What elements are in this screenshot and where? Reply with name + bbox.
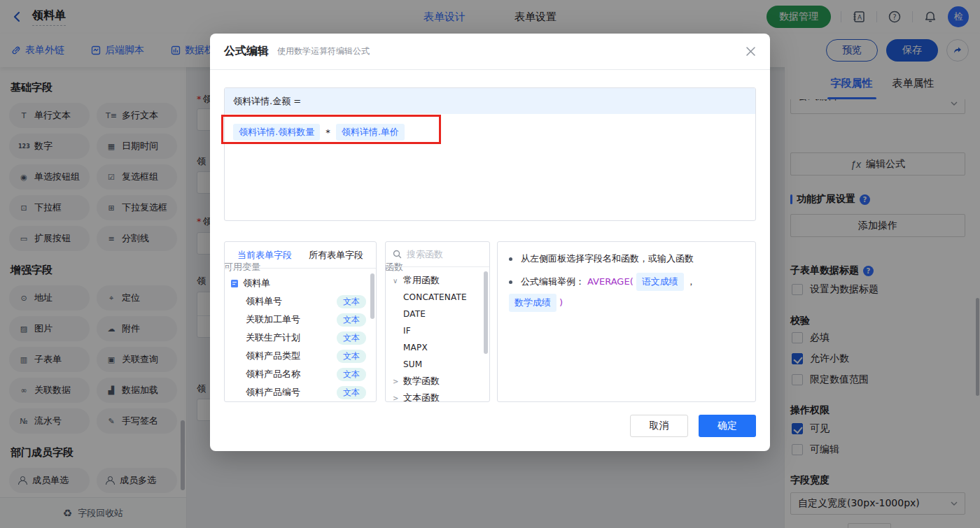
modal-title: 公式编辑 [224, 44, 269, 59]
variable-item[interactable]: 关联生产计划文本 [230, 329, 372, 347]
tab-all-form-fields[interactable]: 所有表单字段 [309, 249, 363, 262]
variable-item[interactable]: 关联加工单号文本 [230, 311, 372, 329]
help-line-2: 公式编辑举例： AVERAGE( 语文成绩 ， 数学成绩 ) [509, 273, 744, 312]
functions-scrollbar[interactable] [484, 271, 488, 354]
variables-scrollbar[interactable] [370, 273, 374, 319]
search-placeholder: 搜索函数 [407, 248, 443, 261]
function-item[interactable]: DATE [393, 306, 486, 322]
type-badge: 文本 [337, 350, 366, 363]
formula-editor[interactable]: 领料详情.金额 = 领料详情.领料数量 * 领料详情.单价 [224, 87, 756, 221]
confirm-button[interactable]: 确定 [699, 415, 756, 437]
function-paren: ) [559, 296, 563, 310]
example-field-chip: 数学成绩 [509, 294, 556, 312]
type-badge: 文本 [337, 331, 366, 345]
function-item[interactable]: IF [393, 322, 486, 339]
variable-item[interactable]: 领料产品类型文本 [230, 347, 372, 365]
formula-expression[interactable]: 领料详情.领料数量 * 领料详情.单价 [225, 114, 755, 150]
function-search-input[interactable]: 搜索函数 [386, 242, 489, 267]
tab-current-form-fields[interactable]: 当前表单字段 [237, 249, 292, 262]
cancel-button[interactable]: 取消 [630, 415, 688, 437]
function-item[interactable]: SUM [393, 356, 486, 373]
function-item[interactable]: CONCATENATE [393, 289, 486, 306]
function-group-math[interactable]: >数学函数 [393, 373, 486, 390]
help-line-1: 从左侧面板选择字段名和函数，或输入函数 [509, 252, 744, 266]
caret-down-icon: ∨ [393, 277, 400, 285]
variable-item[interactable]: 领料产品名称文本 [230, 365, 372, 383]
modal-subtitle: 使用数学运算符编辑公式 [277, 45, 370, 57]
example-field-chip: 语文成绩 [636, 273, 684, 291]
formula-field-token[interactable]: 领料详情.领料数量 [233, 124, 320, 141]
type-badge: 文本 [337, 313, 366, 327]
search-icon [393, 250, 402, 259]
type-badge: 文本 [337, 295, 366, 308]
caret-right-icon: > [393, 378, 400, 385]
formula-operator: * [326, 127, 330, 138]
formula-help-panel: 从左侧面板选择字段名和函数，或输入函数 公式编辑举例： AVERAGE( 语文成… [497, 241, 756, 402]
formula-field-token[interactable]: 领料详情.单价 [336, 124, 405, 141]
close-icon[interactable] [746, 46, 756, 57]
formula-edit-modal: 公式编辑 使用数学运算符编辑公式 领料详情.金额 = 领料详情.领料数量 * 领… [210, 34, 770, 451]
variable-item[interactable]: 领料产品编号文本 [230, 383, 372, 401]
bullet-icon [509, 257, 512, 261]
caret-right-icon: > [393, 394, 400, 402]
function-group-common[interactable]: ∨常用函数 [393, 272, 486, 289]
variable-item[interactable]: 领料单号文本 [230, 292, 372, 311]
function-group-text[interactable]: >文本函数 [393, 390, 486, 402]
formula-target: 领料详情.金额 = [225, 88, 755, 114]
function-item[interactable]: MAPX [393, 339, 486, 356]
variable-tree-root[interactable]: 领料单 [230, 274, 372, 292]
variables-panel: 当前表单字段 所有表单字段 领料单 领料单号文本 关联加工单号文本 关联生产计划… [224, 241, 377, 402]
function-name: AVERAGE( [587, 275, 634, 289]
functions-panel: 搜索函数 ∨常用函数 CONCATENATE DATE IF MAPX SUM … [385, 241, 490, 402]
type-badge: 文本 [337, 368, 366, 381]
type-badge: 文本 [337, 386, 366, 399]
bullet-icon [509, 280, 512, 284]
form-doc-icon [230, 279, 239, 288]
